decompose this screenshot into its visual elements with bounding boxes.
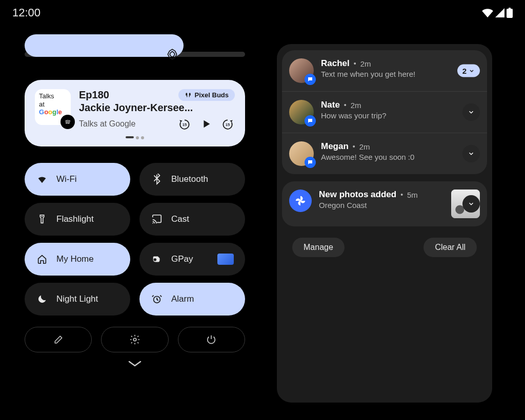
moon-icon xyxy=(36,293,48,305)
avatar xyxy=(289,58,314,83)
settings-button[interactable] xyxy=(101,327,168,352)
tile-label: Night Light xyxy=(56,294,98,304)
chevron-down-icon xyxy=(468,109,475,116)
tile-label: My Home xyxy=(56,254,94,264)
wifi-status-icon xyxy=(482,8,493,17)
svg-text:15: 15 xyxy=(183,122,187,127)
messages-app-icon xyxy=(305,157,316,168)
tile-label: Cast xyxy=(171,214,189,224)
sender-name: Megan xyxy=(321,141,349,152)
media-artwork: Talks at Google xyxy=(35,89,71,125)
expand-button[interactable] xyxy=(462,103,480,121)
quick-settings-tiles: Wi-Fi Bluetooth Flashlight Cast My Home … xyxy=(25,163,245,316)
messages-app-icon xyxy=(305,115,316,127)
battery-status-icon xyxy=(507,8,513,18)
chevron-down-icon xyxy=(468,150,475,157)
power-icon xyxy=(206,334,217,345)
status-bar: 12:00 xyxy=(0,0,525,26)
gpay-icon xyxy=(151,253,163,265)
sender-name: Rachel xyxy=(321,58,350,69)
conversation-notification[interactable]: Nate • 2m How was your trip? xyxy=(282,91,487,133)
svg-rect-1 xyxy=(509,8,511,9)
media-title: Jackie Joyner-Kersee... xyxy=(79,102,235,114)
notification-time: 2m xyxy=(351,101,361,110)
conversation-notification[interactable]: Rachel • 2m Text me when you get here! 2 xyxy=(282,50,487,91)
signal-status-icon xyxy=(495,8,504,17)
tile-moon[interactable]: Night Light xyxy=(25,283,130,316)
gear-icon xyxy=(129,334,140,345)
brightness-thumb[interactable] xyxy=(161,43,184,66)
photos-notification[interactable]: New photos added • 5m Oregon Coast xyxy=(282,181,487,226)
spotify-icon xyxy=(60,115,75,129)
tile-gpay[interactable]: GPay xyxy=(139,243,245,276)
sender-name: Nate xyxy=(321,100,340,110)
svg-point-5 xyxy=(152,223,153,224)
notification-count-badge[interactable]: 2 xyxy=(457,65,480,77)
chevron-down-icon xyxy=(469,68,475,74)
status-icons xyxy=(482,8,513,18)
expand-button[interactable] xyxy=(462,145,480,162)
message-preview: Text me when you get here! xyxy=(321,70,480,78)
message-preview: Awesome! See you soon :0 xyxy=(321,153,480,161)
conversation-group: Rachel • 2m Text me when you get here! 2… xyxy=(282,50,487,174)
media-pager xyxy=(35,136,235,139)
forward-15-button[interactable]: 15 xyxy=(220,117,235,131)
clear-all-button[interactable]: Clear All xyxy=(423,238,477,257)
conversation-notification[interactable]: Megan • 2m Awesome! See you soon :0 xyxy=(282,133,487,174)
tile-home[interactable]: My Home xyxy=(25,243,130,276)
tile-cast[interactable]: Cast xyxy=(139,203,245,236)
svg-text:15: 15 xyxy=(226,122,230,127)
tile-label: Bluetooth xyxy=(171,174,208,184)
status-time: 12:00 xyxy=(12,6,41,19)
svg-point-7 xyxy=(133,338,136,341)
message-preview: How was your trip? xyxy=(321,111,480,120)
flashlight-icon xyxy=(36,213,48,225)
home-icon xyxy=(36,253,48,265)
cast-icon xyxy=(151,213,163,225)
wifi-icon xyxy=(36,173,48,185)
brightness-icon xyxy=(166,48,179,61)
play-button[interactable] xyxy=(199,117,213,131)
collapse-handle[interactable] xyxy=(25,360,245,368)
tile-label: GPay xyxy=(171,254,193,264)
notification-time: 2m xyxy=(360,59,371,68)
notification-subtitle: Oregon Coast xyxy=(319,201,444,209)
earbuds-icon xyxy=(185,92,192,99)
chevron-down-icon xyxy=(468,200,475,207)
avatar xyxy=(289,100,314,124)
tile-bluetooth[interactable]: Bluetooth xyxy=(139,163,245,196)
brightness-fill xyxy=(25,34,184,57)
tile-label: Wi-Fi xyxy=(56,174,77,184)
media-output-chip[interactable]: Pixel Buds xyxy=(178,89,235,101)
notification-time: 5m xyxy=(407,191,418,199)
avatar xyxy=(289,141,314,166)
manage-button[interactable]: Manage xyxy=(292,238,345,257)
svg-rect-0 xyxy=(507,9,513,18)
notification-shade: Rachel • 2m Text me when you get here! 2… xyxy=(277,44,492,403)
tile-label: Flashlight xyxy=(56,214,94,224)
notification-title: New photos added xyxy=(319,190,396,200)
tile-wifi[interactable]: Wi-Fi xyxy=(25,163,130,196)
media-player-card[interactable]: Talks at Google Ep180 Pixel Buds Jackie … xyxy=(25,80,245,146)
media-episode: Ep180 xyxy=(79,89,109,101)
media-show: Talks at Google xyxy=(79,119,135,129)
expand-button[interactable] xyxy=(462,195,480,213)
notification-time: 2m xyxy=(359,142,370,151)
power-button[interactable] xyxy=(178,327,245,352)
alarm-icon xyxy=(151,293,163,305)
gpay-card-icon xyxy=(217,254,234,265)
tile-label: Alarm xyxy=(171,294,194,304)
photos-app-icon xyxy=(289,190,312,212)
pencil-icon xyxy=(53,334,64,345)
brightness-slider[interactable] xyxy=(25,43,245,66)
rewind-15-button[interactable]: 15 xyxy=(177,117,192,131)
messages-app-icon xyxy=(305,74,316,85)
bluetooth-icon xyxy=(151,173,163,185)
tile-alarm[interactable]: Alarm xyxy=(139,283,245,316)
tile-flashlight[interactable]: Flashlight xyxy=(25,203,130,236)
edit-tiles-button[interactable] xyxy=(25,327,92,352)
chevron-down-icon xyxy=(127,360,143,368)
